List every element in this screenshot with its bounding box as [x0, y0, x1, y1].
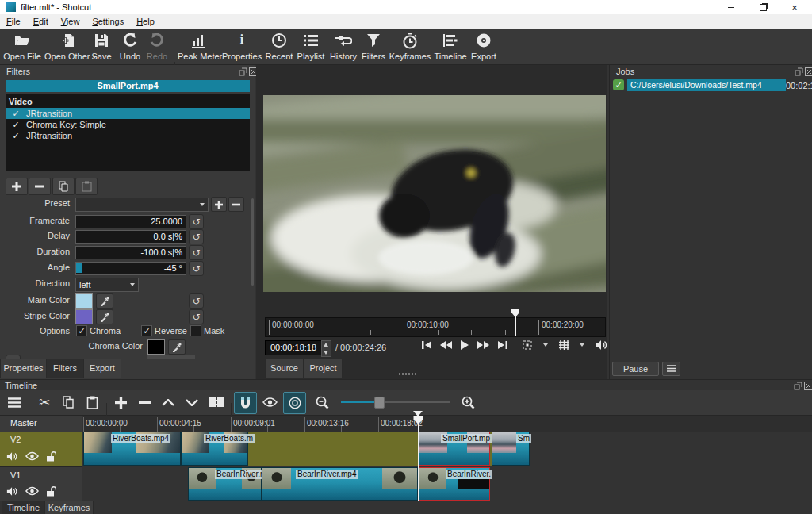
- video-preview[interactable]: [263, 95, 606, 292]
- reset-main-color-button[interactable]: ↺: [189, 293, 204, 309]
- menu-file[interactable]: File: [0, 15, 27, 28]
- hide-icon[interactable]: [25, 486, 39, 496]
- add-filter-button[interactable]: [6, 178, 28, 195]
- reset-stripe-color-button[interactable]: ↺: [189, 309, 204, 324]
- clip-riverboats-2[interactable]: RiverBoats.m: [181, 432, 248, 466]
- tab-project[interactable]: Project: [304, 359, 343, 378]
- peak-meter-button[interactable]: Peak Meter: [178, 31, 219, 63]
- filter-source-clip[interactable]: SmallPort.mp4: [6, 80, 250, 92]
- stripe-color-picker-button[interactable]: [96, 309, 113, 324]
- clip-riverboats-1[interactable]: RiverBoats.mp4: [83, 432, 181, 466]
- clip-smallport-2[interactable]: Sm: [492, 432, 530, 466]
- timeline-menu-button[interactable]: [3, 390, 25, 414]
- tab-source[interactable]: Source: [265, 359, 304, 378]
- chroma-color-swatch[interactable]: [147, 339, 165, 355]
- lift-button[interactable]: [157, 390, 179, 414]
- check-icon[interactable]: ✓: [10, 119, 21, 130]
- zoom-in-button[interactable]: [457, 390, 479, 414]
- jobs-menu-button[interactable]: [662, 362, 680, 376]
- clip-bearinriver-1[interactable]: BearInRiver.r: [188, 467, 262, 501]
- main-color-swatch[interactable]: [75, 293, 93, 309]
- mute-icon[interactable]: [6, 451, 18, 462]
- chevron-down-icon[interactable]: [580, 343, 584, 347]
- copy-button[interactable]: [57, 390, 79, 414]
- framerate-field[interactable]: 25.0000: [75, 215, 186, 228]
- hide-icon[interactable]: [25, 451, 39, 461]
- save-preset-button[interactable]: [211, 197, 227, 212]
- recent-button[interactable]: Recent: [265, 31, 293, 63]
- track-v1[interactable]: BearInRiver.r BearInRiver.mp4 BearInRive…: [83, 467, 812, 501]
- menu-view[interactable]: View: [55, 15, 86, 28]
- properties-button[interactable]: i Properties: [222, 31, 262, 63]
- chroma-checkbox[interactable]: ✓: [76, 325, 87, 336]
- mute-icon[interactable]: [6, 486, 18, 497]
- job-file-path[interactable]: C:/Users/elusi/Downloads/Test.mp4: [627, 79, 786, 91]
- remove-filter-button[interactable]: [29, 178, 51, 195]
- playlist-button[interactable]: Playlist: [295, 31, 327, 63]
- overwrite-button[interactable]: [181, 390, 203, 414]
- lock-icon[interactable]: [46, 485, 56, 497]
- float-panel-icon[interactable]: [239, 67, 247, 76]
- preset-combobox[interactable]: [75, 198, 209, 212]
- filter-row-jrtransition-2[interactable]: ✓ JRtransition: [6, 130, 250, 141]
- tab-filters[interactable]: Filters: [46, 359, 84, 378]
- filter-row-jrtransition-1[interactable]: ✓ JRtransition: [6, 108, 250, 119]
- split-button[interactable]: [205, 390, 228, 414]
- direction-dropdown[interactable]: left: [75, 278, 139, 292]
- float-panel-icon[interactable]: [795, 67, 803, 76]
- timecode-spinner[interactable]: [321, 340, 331, 357]
- reset-duration-button[interactable]: ↺: [189, 245, 204, 260]
- minimize-button[interactable]: [715, 0, 747, 14]
- timeline-button[interactable]: Timeline: [433, 31, 468, 63]
- tab-properties[interactable]: Properties: [0, 359, 47, 378]
- track-v2[interactable]: RiverBoats.mp4 RiverBoats.m SmallPort.mp…: [83, 432, 812, 466]
- splitter-handle[interactable]: [399, 373, 416, 375]
- close-panel-icon[interactable]: [805, 67, 812, 76]
- rewind-button[interactable]: [439, 339, 453, 351]
- angle-field[interactable]: -45 °: [75, 262, 186, 275]
- player-playhead-grip[interactable]: [510, 309, 521, 317]
- mask-checkbox[interactable]: [190, 325, 201, 336]
- zoom-out-button[interactable]: [311, 390, 333, 414]
- scrub-while-dragging-button[interactable]: [259, 390, 281, 414]
- undo-button[interactable]: Undo: [116, 31, 144, 63]
- append-button[interactable]: [109, 390, 132, 414]
- reset-delay-button[interactable]: ↺: [189, 229, 204, 244]
- chevron-down-icon[interactable]: [543, 343, 548, 347]
- scrollbar[interactable]: [251, 198, 254, 286]
- history-button[interactable]: History: [328, 31, 358, 63]
- snap-toggle-button[interactable]: [234, 392, 257, 414]
- duration-field[interactable]: -100.0 s|%: [75, 246, 186, 259]
- check-icon[interactable]: ✓: [10, 130, 21, 141]
- tab-export[interactable]: Export: [83, 359, 121, 378]
- tab-timeline[interactable]: Timeline: [2, 501, 45, 514]
- menu-settings[interactable]: Settings: [86, 15, 130, 28]
- redo-button[interactable]: Redo: [144, 31, 170, 63]
- timeline-playhead[interactable]: [418, 416, 419, 501]
- track-header-v2[interactable]: V2: [0, 432, 82, 467]
- reset-framerate-button[interactable]: ↺: [189, 214, 204, 229]
- clip-smallport-selected[interactable]: SmallPort.mp: [419, 432, 490, 466]
- menu-edit[interactable]: Edit: [27, 15, 55, 28]
- pause-jobs-button[interactable]: Pause: [612, 362, 659, 376]
- track-header-v1[interactable]: V1: [0, 467, 82, 501]
- clip-bearinriver-2[interactable]: BearInRiver.mp4: [262, 467, 418, 501]
- stripe-color-swatch[interactable]: [75, 309, 93, 324]
- timeline-playhead-grip[interactable]: [413, 416, 423, 424]
- close-panel-icon[interactable]: [804, 382, 812, 390]
- open-other-button[interactable]: Open Other: [44, 31, 94, 63]
- tab-keyframes[interactable]: Keyframes: [44, 501, 94, 514]
- export-button[interactable]: Export: [469, 31, 498, 63]
- filter-row-chroma-key[interactable]: ✓ Chroma Key: Simple: [6, 119, 250, 130]
- reset-angle-button[interactable]: ↺: [189, 261, 204, 276]
- open-file-button[interactable]: Open File: [2, 31, 43, 63]
- position-timecode-field[interactable]: 00:00:18:18: [265, 340, 322, 355]
- skip-next-button[interactable]: [497, 339, 508, 351]
- reverse-checkbox[interactable]: ✓: [141, 325, 152, 336]
- paste-button[interactable]: [81, 390, 103, 414]
- ripple-delete-button[interactable]: [133, 390, 155, 414]
- cut-button[interactable]: ✂: [33, 390, 56, 414]
- track-header-master[interactable]: Master: [0, 416, 82, 432]
- ripple-markers-button[interactable]: [283, 392, 306, 414]
- loop-range-button[interactable]: [522, 339, 534, 351]
